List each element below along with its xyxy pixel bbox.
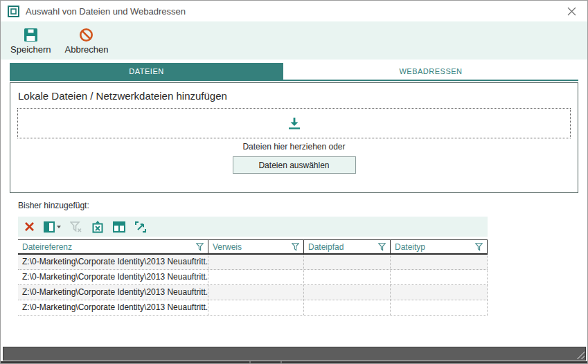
table-row[interactable]: Z:\0-Marketing\Corporate Identity\2013 N… — [18, 300, 488, 316]
column-header-label: Dateipfad — [308, 242, 344, 252]
save-icon — [24, 27, 38, 42]
cell-verweis — [208, 300, 304, 315]
dialog-window: Auswahl von Dateien und Webadressen Spei… — [0, 0, 588, 364]
cell-dateipfad — [304, 270, 391, 284]
cell-verweis — [208, 255, 304, 269]
column-header-dateityp[interactable]: Dateityp — [391, 240, 488, 253]
upload-panel: Lokale Dateien / Netzwerkdateien hinzufü… — [10, 82, 578, 193]
column-header-label: Dateireferenz — [22, 242, 72, 252]
excel-export-icon[interactable] — [91, 221, 104, 233]
cell-dateireferenz: Z:\0-Marketing\Corporate Identity\2013 N… — [18, 255, 208, 269]
column-chooser-icon[interactable] — [44, 221, 61, 233]
cancel-icon — [79, 27, 93, 42]
tab-webadressen[interactable]: WEBADRESSEN — [283, 63, 578, 80]
app-icon — [8, 6, 19, 17]
grid-layout-icon[interactable] — [113, 221, 125, 233]
table-header-row: Dateireferenz Verweis Dateipfad Dateityp — [18, 239, 488, 255]
choose-files-button[interactable]: Dateien auswählen — [233, 156, 356, 174]
cell-dateityp — [391, 300, 488, 315]
window-title: Auswahl von Dateien und Webadressen — [26, 6, 565, 17]
save-button-label: Speichern — [10, 44, 51, 55]
cell-verweis — [208, 270, 304, 284]
drop-hint-text: Dateien hier herziehen oder — [10, 142, 578, 152]
cell-verweis — [208, 285, 304, 300]
cell-dateityp — [391, 270, 488, 284]
cell-dateireferenz: Z:\0-Marketing\Corporate Identity\2013 N… — [18, 270, 208, 284]
title-bar: Auswahl von Dateien und Webadressen — [1, 1, 587, 21]
main-toolbar: Speichern Abbrechen — [1, 21, 587, 60]
resize-grip-icon[interactable] — [575, 349, 585, 359]
status-bar — [3, 347, 586, 361]
table-row[interactable]: Z:\0-Marketing\Corporate Identity\2013 N… — [18, 255, 488, 270]
filter-funnel-icon — [196, 243, 204, 251]
filter-funnel-icon — [292, 243, 299, 251]
cell-dateipfad — [304, 285, 391, 300]
table-body: Z:\0-Marketing\Corporate Identity\2013 N… — [18, 255, 488, 316]
cancel-button[interactable]: Abbrechen — [61, 26, 113, 56]
table-row[interactable]: Z:\0-Marketing\Corporate Identity\2013 N… — [18, 285, 488, 300]
close-icon[interactable] — [565, 5, 578, 17]
cell-dateityp — [391, 285, 488, 300]
tab-strip: DATEIEN WEBADRESSEN — [10, 63, 578, 81]
cell-dateipfad — [304, 255, 391, 269]
save-button[interactable]: Speichern — [6, 26, 55, 56]
delete-row-icon[interactable] — [24, 221, 35, 232]
clear-filter-icon — [70, 221, 82, 233]
table-row[interactable]: Z:\0-Marketing\Corporate Identity\2013 N… — [18, 270, 488, 285]
filter-funnel-icon — [475, 243, 483, 251]
grid-toolbar — [18, 217, 488, 237]
tab-dateien[interactable]: DATEIEN — [10, 63, 283, 80]
download-icon — [286, 117, 303, 130]
cancel-button-label: Abbrechen — [65, 44, 109, 55]
cell-dateireferenz: Z:\0-Marketing\Corporate Identity\2013 N… — [18, 300, 208, 315]
cell-dateipfad — [304, 300, 391, 315]
file-dropzone[interactable] — [17, 108, 571, 138]
expand-icon[interactable] — [134, 221, 147, 233]
cell-dateireferenz: Z:\0-Marketing\Corporate Identity\2013 N… — [18, 285, 208, 300]
column-header-verweis[interactable]: Verweis — [208, 240, 304, 253]
upload-panel-heading: Lokale Dateien / Netzwerkdateien hinzufü… — [18, 90, 578, 102]
cell-dateityp — [391, 255, 488, 269]
filter-funnel-icon — [378, 243, 386, 251]
column-header-label: Verweis — [213, 242, 242, 252]
added-files-label: Bisher hinzugefügt: — [18, 201, 587, 210]
column-header-label: Dateityp — [395, 242, 425, 252]
files-table: Dateireferenz Verweis Dateipfad Dateityp… — [18, 239, 488, 316]
column-header-dateireferenz[interactable]: Dateireferenz — [18, 240, 208, 253]
background-window-edge — [1, 361, 588, 363]
column-header-dateipfad[interactable]: Dateipfad — [304, 240, 391, 253]
